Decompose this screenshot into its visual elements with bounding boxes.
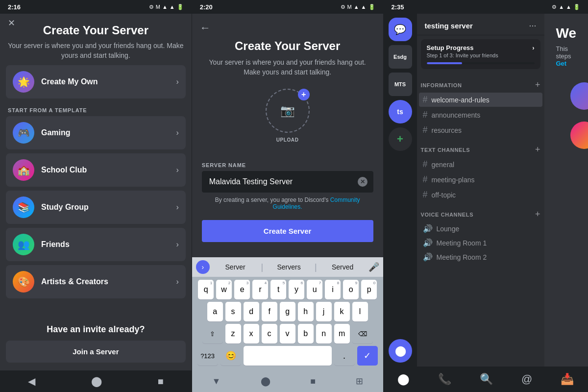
kb-nav-down-icon[interactable]: ▼ (212, 376, 220, 387)
mic-icon[interactable]: 🎤 (368, 262, 379, 272)
discord-nav-icon[interactable]: ⬤ (393, 369, 414, 390)
text-channels-add-icon[interactable]: + (535, 145, 540, 155)
key-c[interactable]: c (262, 324, 277, 343)
key-row-4: ?123 😊 . ✓ (194, 346, 381, 368)
key-n[interactable]: n (316, 324, 332, 343)
home-nav-icon[interactable]: ⬤ (91, 375, 102, 387)
key-backspace[interactable]: ⌫ (352, 324, 373, 343)
key-y[interactable]: 6y (289, 280, 304, 299)
friends-template-item[interactable]: 👥 Friends › (6, 228, 186, 261)
key-g[interactable]: g (280, 302, 295, 321)
key-p[interactable]: 0p (361, 280, 377, 299)
school-club-icon: 🏫 (13, 159, 34, 181)
voice-channel-meeting-room-2[interactable]: 🔊 Meeting Room 2 (419, 250, 542, 264)
signal-icon-2: ▲ (354, 4, 359, 10)
status-icons-3: ⚙ ▲ ▲ 🔋 (552, 4, 580, 10)
key-e[interactable]: 3e (234, 280, 250, 299)
key-u[interactable]: 7u (307, 280, 322, 299)
channel-announcements[interactable]: # announcements (419, 108, 542, 122)
setup-chevron-icon: › (532, 44, 534, 51)
close-button[interactable]: ✕ (8, 18, 15, 28)
join-server-button[interactable]: Join a Server (6, 341, 186, 363)
key-l[interactable]: l (352, 302, 368, 321)
recent-nav-icon[interactable]: ■ (158, 376, 164, 387)
setup-step: Step 1 of 3: Invite your friends (427, 52, 535, 58)
back-nav-icon[interactable]: ◀ (28, 375, 35, 387)
back-button[interactable]: ← (200, 22, 211, 34)
kb-nav-circle-icon[interactable]: ⬤ (261, 376, 270, 387)
mention-nav-icon[interactable]: @ (517, 369, 536, 390)
wifi-icon-3: ▲ (566, 4, 571, 10)
channel-off-topic[interactable]: # off-topic (419, 188, 542, 202)
text-channels-category: TEXT CHANNELS + (417, 138, 544, 157)
key-j[interactable]: j (316, 302, 332, 321)
key-send[interactable]: ✓ (357, 346, 378, 366)
key-o[interactable]: 9o (343, 280, 359, 299)
key-period[interactable]: . (334, 346, 355, 366)
key-space[interactable] (244, 346, 332, 366)
setup-title: Setup Progress › (427, 44, 535, 51)
setup-progress[interactable]: Setup Progress › Step 1 of 3: Invite you… (421, 39, 540, 69)
key-a[interactable]: a (207, 302, 223, 321)
key-s[interactable]: s (225, 302, 241, 321)
server-name-input[interactable] (202, 171, 373, 193)
voice-channel-meeting-room-1[interactable]: 🔊 Meeting Room 1 (419, 236, 542, 249)
suggestion-served[interactable]: Served (319, 261, 367, 273)
key-i[interactable]: 8i (325, 280, 341, 299)
suggestion-servers[interactable]: Servers (265, 261, 313, 273)
voice-nav-icon[interactable]: 📞 (434, 369, 455, 390)
voice-channel-lounge[interactable]: 🔊 Lounge (419, 222, 542, 235)
battery-icon-2: 🔋 (368, 4, 375, 10)
get-started-link[interactable]: Get (556, 60, 577, 67)
key-num-toggle[interactable]: ?123 (197, 346, 218, 366)
more-options-icon[interactable]: ··· (529, 21, 536, 31)
discord-logo-icon[interactable]: ⬤ (389, 339, 412, 363)
mts-server-icon[interactable]: MTS (389, 73, 412, 96)
key-emoji[interactable]: 😊 (220, 346, 241, 366)
channel-general[interactable]: # general (419, 157, 542, 172)
voice-channels-add-icon[interactable]: + (535, 209, 540, 220)
key-shift[interactable]: ⇧ (202, 324, 223, 343)
channel-resources[interactable]: # resources (419, 123, 542, 137)
suggestion-server[interactable]: Server (212, 261, 259, 273)
chat-server-icon[interactable]: 💬 (389, 18, 412, 41)
key-k[interactable]: k (334, 302, 350, 321)
channel-meeting-plans[interactable]: # meeting-plans (419, 172, 542, 187)
key-w[interactable]: 2w (216, 280, 232, 299)
information-add-icon[interactable]: + (535, 80, 540, 90)
key-h[interactable]: h (298, 302, 314, 321)
key-f[interactable]: f (262, 302, 277, 321)
key-q[interactable]: 1q (198, 280, 214, 299)
gaming-template-item[interactable]: 🎮 Gaming › (6, 116, 186, 149)
search-nav-icon[interactable]: 🔍 (476, 369, 497, 390)
input-clear-button[interactable]: ✕ (358, 177, 368, 187)
key-t[interactable]: 5t (270, 280, 286, 299)
key-r[interactable]: 4r (252, 280, 268, 299)
create-server-button[interactable]: Create Server (202, 220, 373, 242)
key-d[interactable]: d (244, 302, 259, 321)
ts-server-icon[interactable]: ts (389, 100, 412, 123)
status-bar-2: 2:20 ⚙ M ▲ ▲ 🔋 (192, 0, 383, 14)
kb-nav-square-icon[interactable]: ■ (310, 376, 316, 387)
esdg-server-icon[interactable]: Esdg (389, 45, 412, 69)
school-club-template-item[interactable]: 🏫 School Club › (6, 153, 186, 187)
key-z[interactable]: z (225, 324, 241, 343)
channel-welcome-and-rules[interactable]: # welcome-and-rules (419, 93, 542, 107)
user-avatar-1 (570, 82, 588, 110)
key-m[interactable]: m (334, 324, 350, 343)
upload-circle[interactable]: 📷 + UPLOAD (266, 89, 310, 133)
inbox-nav-icon[interactable]: 📥 (557, 369, 578, 390)
suggestion-arrow[interactable]: › (196, 260, 210, 274)
add-server-icon[interactable]: + (389, 127, 412, 151)
signal-icon-1: ▲ (162, 4, 168, 10)
artists-icon: 🎨 (13, 271, 34, 293)
key-v[interactable]: v (280, 324, 295, 343)
study-group-template-item[interactable]: 📚 Study Group › (6, 191, 186, 224)
key-x[interactable]: x (244, 324, 259, 343)
panel1-header: Create Your Server Your server is where … (0, 14, 192, 65)
artists-template-item[interactable]: 🎨 Artists & Creators › (6, 265, 186, 298)
hash-icon-general: # (423, 159, 428, 170)
create-my-own-item[interactable]: 🌟 Create My Own › (6, 65, 186, 98)
key-b[interactable]: b (298, 324, 314, 343)
kb-nav-grid-icon[interactable]: ⊞ (356, 376, 363, 387)
